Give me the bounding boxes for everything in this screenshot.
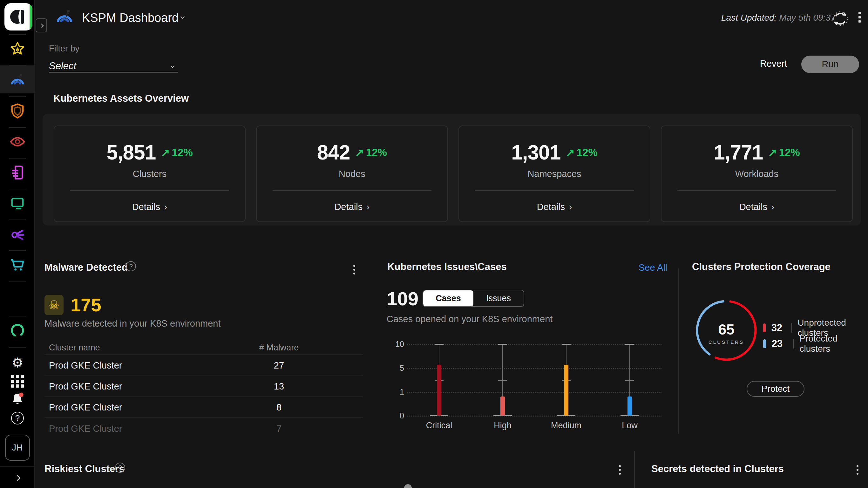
col-malware-count: # Malware bbox=[247, 343, 311, 353]
riskiest-help-icon[interactable]: ? bbox=[115, 463, 125, 473]
trend-up-icon: ↗ bbox=[355, 146, 365, 159]
issues-title: Kubernetes Issues\Cases bbox=[387, 261, 507, 273]
gridline bbox=[407, 344, 661, 345]
sidebar-item-kspm[interactable] bbox=[0, 65, 35, 93]
whisker-cap bbox=[625, 380, 634, 380]
legend-protected: 23 Protected clusters bbox=[763, 334, 868, 354]
stat-label: Workloads bbox=[735, 169, 778, 179]
card-divider bbox=[475, 190, 634, 191]
severity-bar-high[interactable] bbox=[500, 396, 505, 416]
run-button[interactable]: Run bbox=[801, 56, 859, 73]
details-link[interactable]: Details › bbox=[739, 202, 775, 212]
stat-label: Clusters bbox=[133, 169, 166, 179]
details-link[interactable]: Details › bbox=[537, 202, 572, 212]
severity-bar-medium[interactable] bbox=[564, 365, 568, 416]
details-link[interactable]: Details › bbox=[132, 202, 167, 212]
cell-cluster-name: Prod GKE Cluster bbox=[49, 402, 247, 413]
chevron-right-icon: › bbox=[569, 202, 572, 212]
malware-subtitle: Malware detected in your K8S environment bbox=[44, 318, 221, 329]
protected-marker bbox=[763, 339, 766, 348]
tab-issues[interactable]: Issues bbox=[473, 291, 524, 306]
severity-bar-low[interactable] bbox=[627, 396, 632, 416]
sidebar: ⚙ ? JH bbox=[0, 0, 35, 488]
table-row[interactable]: Prod GKE Cluster27 bbox=[44, 355, 363, 376]
sidebar-expand-button[interactable] bbox=[0, 468, 35, 487]
sidebar-item-marketplace[interactable] bbox=[0, 251, 35, 279]
stat-trend: ↗ 12% bbox=[768, 146, 800, 159]
sidebar-item-protection[interactable] bbox=[0, 97, 35, 125]
severity-bar-critical[interactable] bbox=[437, 365, 441, 416]
see-all-link[interactable]: See All bbox=[639, 263, 667, 273]
malware-title: Malware Detected bbox=[44, 262, 128, 273]
stat-label: Namespaces bbox=[527, 169, 581, 179]
riskiest-kebab-menu[interactable] bbox=[618, 464, 622, 476]
sidebar-item-endpoints[interactable] bbox=[0, 189, 35, 217]
logo-accent bbox=[30, 3, 32, 30]
donut-center: 65 CLUSTERS bbox=[707, 321, 745, 345]
unprotected-count: 32 bbox=[771, 322, 786, 334]
table-row[interactable]: Prod GKE Cluster7 bbox=[44, 418, 363, 435]
share-network-icon bbox=[9, 225, 26, 243]
asset-stat-card: 1,771 ↗ 12% Workloads Details › bbox=[661, 125, 853, 222]
header-kebab-menu[interactable] bbox=[857, 11, 862, 24]
filter-select[interactable]: Select bbox=[49, 57, 178, 72]
page-title: KSPM Dashboard bbox=[82, 11, 179, 25]
y-tick-label: 0 bbox=[392, 411, 404, 420]
secrets-kebab-menu[interactable] bbox=[855, 464, 860, 476]
malware-kebab-menu[interactable] bbox=[352, 264, 356, 276]
help-icon: ? bbox=[11, 412, 24, 424]
skull-icon: ☠ bbox=[44, 295, 64, 315]
report-doc-icon bbox=[9, 164, 26, 181]
stat-trend: ↗ 12% bbox=[161, 146, 193, 159]
stat-label: Nodes bbox=[339, 169, 365, 179]
stat-trend: ↗ 12% bbox=[355, 146, 387, 159]
asset-stat-card: 5,851 ↗ 12% Clusters Details › bbox=[54, 125, 246, 222]
cart-icon bbox=[9, 256, 26, 274]
stat-value: 1,771 bbox=[714, 141, 763, 164]
sidebar-item-visibility[interactable] bbox=[0, 128, 35, 156]
table-row[interactable]: Prod GKE Cluster8 bbox=[44, 397, 363, 418]
cell-malware-count: 27 bbox=[247, 360, 311, 371]
x-tick-label: Critical bbox=[426, 421, 453, 430]
chevron-down-icon bbox=[170, 64, 175, 68]
unprotected-marker bbox=[763, 324, 766, 332]
y-tick-label: 10 bbox=[392, 340, 404, 349]
monitor-icon bbox=[9, 195, 26, 212]
panel-expand-button[interactable] bbox=[36, 19, 47, 32]
trend-value: 12% bbox=[366, 147, 387, 158]
malware-help-icon[interactable]: ? bbox=[126, 261, 136, 271]
title-chevron-down-icon[interactable] bbox=[181, 14, 185, 19]
sidebar-item-favorites[interactable] bbox=[0, 35, 35, 63]
avatar[interactable]: JH bbox=[5, 435, 30, 461]
issues-subtitle: Cases opened on your K8S environment bbox=[387, 314, 553, 325]
gear-icon: ⚙ bbox=[11, 356, 24, 369]
last-updated: Last Updated: May 5th 09:37 bbox=[721, 13, 836, 23]
sidebar-item-compliance[interactable] bbox=[0, 316, 35, 344]
cell-malware-count: 7 bbox=[247, 424, 311, 434]
details-label: Details bbox=[537, 202, 565, 212]
y-tick-label: 5 bbox=[392, 363, 404, 373]
trend-value: 12% bbox=[779, 147, 800, 158]
sidebar-item-help[interactable]: ? bbox=[0, 406, 35, 430]
refresh-icon[interactable] bbox=[831, 9, 849, 28]
revert-button[interactable]: Revert bbox=[760, 58, 787, 69]
filter-select-value: Select bbox=[49, 60, 76, 72]
gridline bbox=[407, 368, 661, 369]
details-link[interactable]: Details › bbox=[335, 202, 370, 212]
table-row[interactable]: Prod GKE Cluster13 bbox=[44, 376, 363, 397]
bell-icon bbox=[9, 391, 25, 407]
star-icon bbox=[9, 41, 26, 57]
app-logo[interactable] bbox=[4, 3, 32, 30]
sidebar-item-reports[interactable] bbox=[0, 158, 35, 186]
protect-button[interactable]: Protect bbox=[747, 381, 804, 397]
shield-icon bbox=[9, 102, 26, 119]
sidebar-item-connections[interactable] bbox=[0, 220, 35, 248]
card-divider bbox=[70, 190, 229, 191]
trend-value: 12% bbox=[577, 147, 598, 158]
tab-cases[interactable]: Cases bbox=[423, 291, 473, 306]
x-tick-label: High bbox=[494, 421, 512, 430]
malware-table-header: Cluster name # Malware bbox=[44, 341, 363, 355]
apps-grid-icon bbox=[11, 375, 24, 388]
stat-value: 5,851 bbox=[106, 141, 156, 164]
avatar-initials: JH bbox=[12, 443, 23, 453]
